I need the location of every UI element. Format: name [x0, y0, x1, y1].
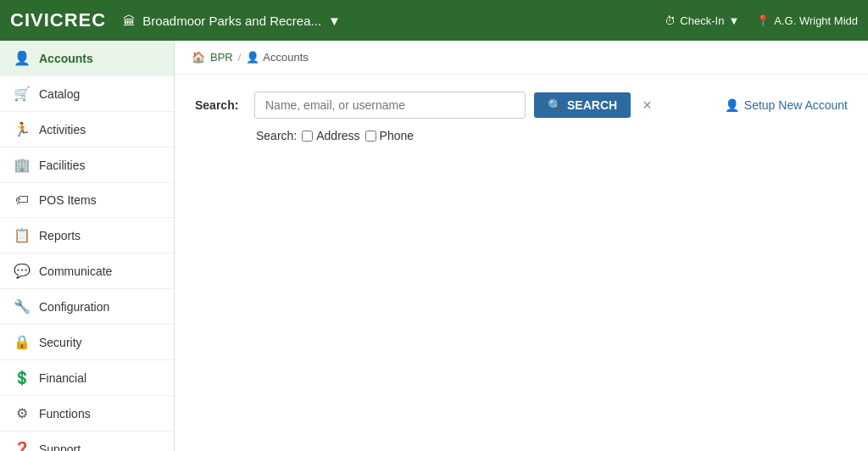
accounts-icon: 👤 [14, 50, 31, 66]
breadcrumb-separator: / [238, 51, 242, 64]
sidebar-item-facilities[interactable]: 🏢 Facilities [0, 148, 174, 183]
sidebar-item-label: Financial [39, 371, 86, 385]
sidebar-item-label: Configuration [39, 300, 109, 314]
sidebar-item-label: Activities [39, 123, 86, 136]
sidebar-item-configuration[interactable]: 🔧 Configuration [0, 289, 174, 325]
sidebar-item-security[interactable]: 🔒 Security [0, 325, 174, 360]
setup-label: Setup New Account [744, 98, 848, 112]
navbar-right: ⏱ Check-In ▼ 📍 A.G. Wright Midd [665, 14, 858, 27]
sidebar-item-label: Functions [39, 407, 91, 420]
location-display: 📍 A.G. Wright Midd [756, 14, 858, 27]
sidebar-item-accounts[interactable]: 👤 Accounts [0, 41, 174, 76]
setup-icon: 👤 [725, 98, 739, 112]
phone-option[interactable]: Phone [365, 129, 414, 142]
main-layout: 👤 Accounts 🛒 Catalog 🏃 Activities 🏢 Faci… [0, 41, 868, 451]
sidebar-item-activities[interactable]: 🏃 Activities [0, 112, 174, 148]
search-button[interactable]: 🔍 SEARCH [534, 92, 631, 118]
facilities-icon: 🏢 [14, 157, 31, 173]
support-icon: ❓ [14, 441, 31, 451]
breadcrumb-current: 👤 Accounts [246, 51, 308, 64]
sidebar-item-label: Accounts [39, 52, 93, 65]
search-options-label: Search: [256, 129, 297, 142]
financial-icon: 💲 [14, 370, 31, 386]
sidebar-item-reports[interactable]: 📋 Reports [0, 218, 174, 253]
address-option[interactable]: Address [302, 129, 359, 142]
sidebar-item-label: Security [39, 336, 82, 349]
sidebar-item-pos-items[interactable]: 🏷 POS Items [0, 183, 174, 218]
setup-new-account-button[interactable]: 👤 Setup New Account [725, 98, 848, 112]
sidebar-item-label: Communicate [39, 264, 112, 278]
checkin-dropdown-arrow: ▼ [728, 14, 739, 27]
sidebar-item-label: Support [39, 443, 81, 452]
activities-icon: 🏃 [14, 121, 31, 137]
breadcrumb-current-label: Accounts [263, 51, 308, 64]
sidebar-item-label: POS Items [39, 193, 97, 207]
brand-logo[interactable]: CIVICREC [10, 9, 106, 31]
phone-label: Phone [380, 129, 414, 142]
sidebar-item-functions[interactable]: ⚙ Functions [0, 396, 174, 432]
phone-checkbox[interactable] [365, 131, 376, 142]
breadcrumb-current-icon: 👤 [246, 51, 259, 64]
functions-icon: ⚙ [14, 405, 31, 421]
configuration-icon: 🔧 [14, 298, 31, 315]
search-icon: 🔍 [548, 98, 562, 112]
search-options: Search: Address Phone [195, 129, 848, 142]
catalog-icon: 🛒 [14, 86, 31, 102]
search-area: Search: 🔍 SEARCH × 👤 Setup New Account S… [175, 75, 868, 159]
communicate-icon: 💬 [14, 263, 31, 279]
reports-icon: 📋 [14, 227, 31, 243]
checkin-button[interactable]: ⏱ Check-In ▼ [665, 14, 739, 27]
breadcrumb-home-icon: 🏠 [192, 51, 205, 64]
checkin-label: Check-In [680, 14, 724, 27]
sidebar-item-financial[interactable]: 💲 Financial [0, 360, 174, 396]
address-checkbox[interactable] [302, 131, 313, 142]
sidebar-item-communicate[interactable]: 💬 Communicate [0, 253, 174, 289]
location-icon: 📍 [756, 14, 770, 27]
search-button-label: SEARCH [567, 98, 617, 112]
clear-icon: × [643, 97, 652, 114]
sidebar-item-label: Facilities [39, 159, 85, 172]
sidebar-item-catalog[interactable]: 🛒 Catalog [0, 76, 174, 112]
pos-items-icon: 🏷 [14, 192, 31, 208]
org-name: Broadmoor Parks and Recrea... [142, 14, 321, 28]
location-label: A.G. Wright Midd [774, 14, 858, 27]
breadcrumb-home-link[interactable]: BPR [210, 51, 233, 64]
search-row: Search: 🔍 SEARCH × 👤 Setup New Account [195, 92, 848, 119]
sidebar-item-label: Catalog [39, 87, 80, 101]
sidebar-item-support[interactable]: ❓ Support [0, 432, 174, 451]
checkin-icon: ⏱ [665, 14, 676, 27]
org-dropdown-arrow: ▼ [328, 14, 341, 28]
search-input[interactable] [254, 92, 526, 119]
address-label: Address [316, 129, 359, 142]
main-content: 🏠 BPR / 👤 Accounts Search: 🔍 SEARCH × [175, 41, 868, 451]
org-icon: 🏛 [123, 14, 136, 28]
navbar: CIVICREC 🏛 Broadmoor Parks and Recrea...… [0, 0, 868, 41]
sidebar-item-label: Reports [39, 229, 81, 242]
search-label: Search: [195, 98, 246, 112]
breadcrumb: 🏠 BPR / 👤 Accounts [175, 41, 868, 75]
security-icon: 🔒 [14, 334, 31, 350]
org-selector[interactable]: 🏛 Broadmoor Parks and Recrea... ▼ [123, 14, 665, 28]
clear-button[interactable]: × [639, 97, 655, 114]
sidebar: 👤 Accounts 🛒 Catalog 🏃 Activities 🏢 Faci… [0, 41, 175, 451]
